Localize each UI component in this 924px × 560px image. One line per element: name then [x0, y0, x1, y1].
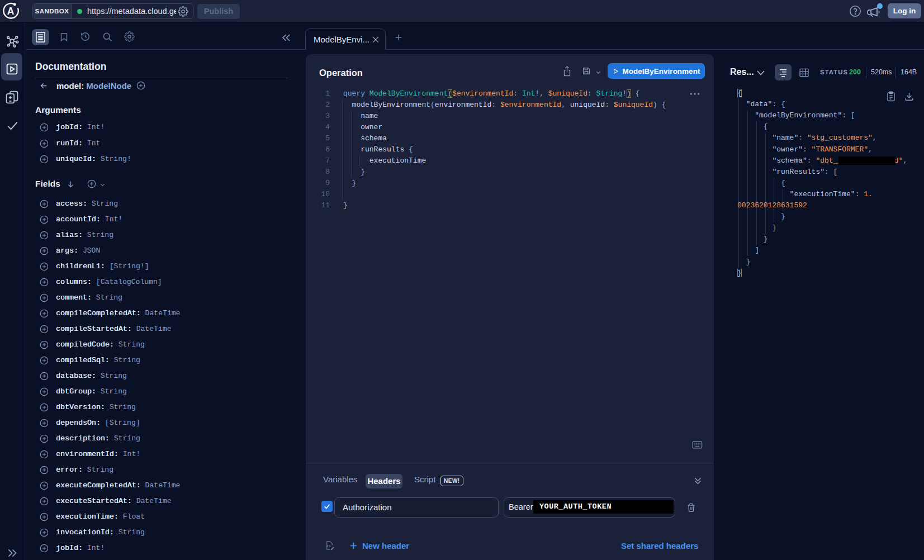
svg-text:A: A: [7, 6, 15, 17]
